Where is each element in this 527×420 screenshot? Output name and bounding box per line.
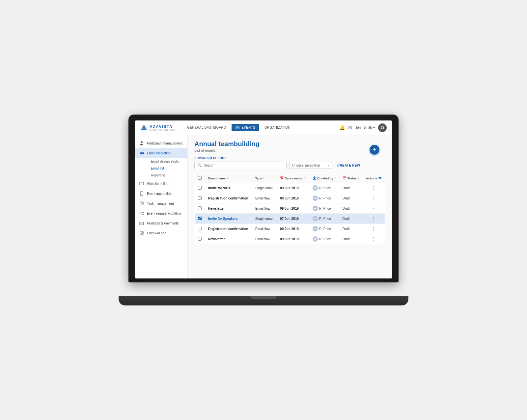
col-type-label: Type — [255, 176, 262, 180]
col-created-by[interactable]: 👤 Created by ▾ — [309, 173, 339, 183]
table-row: Registration confirmation Email flow 09 … — [195, 193, 385, 203]
main-area: Participant management Email marketing E… — [135, 135, 392, 278]
row-creator-6: RP R. Price — [309, 234, 339, 244]
creator-name-4: R. Price — [319, 217, 331, 221]
svg-point-8 — [141, 195, 142, 195]
col-status[interactable]: 📅 Status ▾ — [339, 173, 363, 183]
row-actions-2[interactable]: ⋮ — [363, 193, 385, 203]
mail-icon[interactable]: ✉ — [348, 125, 352, 130]
row-checkbox-3[interactable] — [198, 206, 202, 210]
nav-organization[interactable]: ORGANIZATION — [261, 124, 294, 131]
page-title: Annual teambuilding — [194, 140, 385, 148]
creator-avatar-1: RP — [313, 185, 318, 191]
row-email-name-3: Newsletter — [205, 203, 252, 214]
page-subtitle: List of emails — [194, 148, 385, 152]
status-col-icon: 📅 — [343, 176, 346, 180]
email-marketing-icon — [139, 150, 144, 156]
row-checkbox-4[interactable] — [198, 217, 202, 220]
search-input[interactable] — [204, 164, 284, 167]
svg-point-3 — [140, 144, 143, 145]
sidebar-item-website[interactable]: Website builder — [135, 179, 187, 189]
table-row: Newsletter Email flow 09 Jun 2019 RP R. … — [195, 234, 385, 244]
row-checkbox-cell-6[interactable] — [195, 234, 205, 244]
row-creator-3: RP R. Price — [309, 203, 339, 214]
table-row: Newsletter Email flow 09 Jun 2019 RP R. … — [195, 203, 385, 214]
row-status-3: Draft — [339, 203, 363, 214]
email-name-text-3[interactable]: Newsletter — [208, 207, 225, 210]
eventapp-icon — [139, 191, 144, 196]
row-checkbox-cell-3[interactable] — [195, 203, 205, 214]
email-name-text-2[interactable]: Registration confirmation — [208, 197, 248, 200]
select-all-header[interactable] — [195, 173, 205, 183]
col-email-name[interactable]: Email name ▾ — [205, 173, 252, 183]
creator-avatar-6: RP — [313, 236, 318, 242]
filter-label: Choose saved filter — [292, 164, 320, 167]
email-name-text-1[interactable]: Invite for VIPs — [208, 186, 230, 190]
email-name-text-6[interactable]: Newsletter — [208, 237, 225, 241]
sidebar-item-checkin[interactable]: Check-in app — [135, 228, 187, 238]
participant-icon — [139, 141, 144, 146]
svg-rect-18 — [140, 222, 144, 225]
row-type-4: Single email — [252, 214, 277, 224]
nav-my-events[interactable]: MY EVENTS — [232, 124, 259, 131]
row-actions-1[interactable]: ⋮ — [363, 183, 385, 193]
task-icon — [139, 201, 144, 206]
col-type[interactable]: Type ▾ — [252, 173, 277, 183]
col-status-label: Status — [347, 176, 357, 180]
sidebar-label-eventapp: Event app builder — [147, 192, 173, 196]
svg-point-14 — [142, 212, 144, 213]
creator-avatar-3: RP — [313, 206, 318, 211]
sidebar-sub-reporting[interactable]: Reporting — [147, 172, 187, 179]
row-actions-5[interactable]: ⋮ — [363, 224, 385, 234]
row-actions-4[interactable]: ⋮ — [363, 214, 385, 224]
row-checkbox-cell-1[interactable] — [195, 183, 205, 193]
edit-columns-icon[interactable]: ✏ — [378, 176, 382, 180]
row-email-name-4: Invite for Speakers — [205, 214, 252, 224]
row-checkbox-cell-4[interactable] — [195, 214, 205, 224]
sidebar-item-task[interactable]: Task management — [135, 198, 187, 208]
svg-rect-20 — [140, 231, 143, 235]
select-all-checkbox[interactable] — [198, 176, 202, 180]
row-email-name-2: Registration confirmation — [205, 193, 252, 203]
email-table: Email name ▾ Type ▾ — [194, 173, 385, 244]
row-actions-6[interactable]: ⋮ — [363, 234, 385, 244]
col-date[interactable]: 📅 Date created ▾ — [277, 173, 309, 183]
sidebar-sub-email-list[interactable]: Email list — [147, 165, 187, 172]
user-menu[interactable]: John Smith ▾ — [355, 126, 375, 129]
top-nav: AZAVISTA EVENT TECHNOLOGY GENERAL DASHBO… — [135, 120, 392, 135]
row-date-4: 07 Jun 2019 — [277, 214, 309, 224]
sidebar-label-checkin: Check-in app — [147, 231, 166, 235]
create-new-button[interactable]: CREATE NEW — [335, 162, 363, 169]
table-header-row: Email name ▾ Type ▾ — [195, 173, 385, 183]
nav-right: 🔔 ✉ John Smith ▾ JS — [339, 123, 387, 132]
row-checkbox-cell-5[interactable] — [195, 224, 205, 234]
col-created-by-label: Created by — [317, 176, 333, 180]
row-checkbox-cell-2[interactable] — [195, 193, 205, 203]
sidebar-item-email[interactable]: Email marketing — [135, 148, 187, 158]
sidebar-label-products: Products & Payments — [147, 222, 179, 225]
row-checkbox-1[interactable] — [198, 186, 202, 190]
sidebar-item-products[interactable]: Products & Payments — [135, 218, 187, 228]
bell-icon[interactable]: 🔔 — [339, 125, 345, 130]
email-name-text-4[interactable]: Invite for Speakers — [208, 217, 237, 221]
row-date-5: 09 Jun 2019 — [277, 224, 309, 234]
row-actions-3[interactable]: ⋮ — [363, 203, 385, 214]
email-name-text-5[interactable]: Registration confirmation — [208, 227, 248, 231]
sidebar-item-workflow[interactable]: Event request workflow — [135, 208, 187, 218]
sidebar-item-participant[interactable]: Participant management — [135, 138, 187, 148]
row-checkbox-5[interactable] — [198, 227, 202, 230]
sidebar-sub-email-design[interactable]: Email design studio — [147, 158, 187, 165]
row-status-2: Draft — [339, 193, 363, 203]
avatar[interactable]: JS — [378, 123, 387, 132]
creator-name-5: R. Price — [319, 227, 331, 231]
filter-dropdown[interactable]: Choose saved filter ▾ — [289, 162, 332, 169]
creator-name-3: R. Price — [319, 207, 331, 210]
nav-general-dashboard[interactable]: GENERAL DASHBOARD — [183, 124, 230, 131]
row-checkbox-2[interactable] — [198, 196, 202, 200]
row-creator-2: RP R. Price — [309, 193, 339, 203]
creator-name-1: R. Price — [319, 186, 331, 190]
sidebar-item-eventapp[interactable]: Event app builder — [135, 189, 187, 198]
fab-add-button[interactable]: + — [370, 145, 379, 155]
creator-avatar-4: RP — [313, 216, 318, 221]
row-checkbox-6[interactable] — [198, 237, 202, 241]
